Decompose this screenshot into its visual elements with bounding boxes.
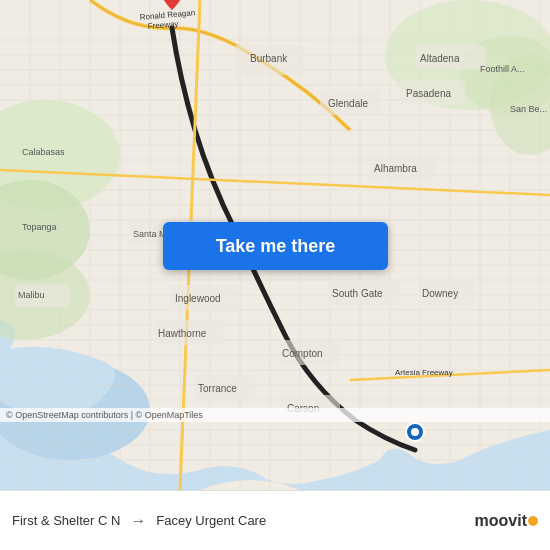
arrow-icon: →: [130, 512, 146, 530]
svg-text:Glendale: Glendale: [328, 98, 368, 109]
moovit-text: moovit: [475, 512, 527, 530]
bottom-bar: First & Shelter C N → Facey Urgent Care …: [0, 490, 550, 550]
svg-text:Hawthorne: Hawthorne: [158, 328, 207, 339]
map-container: Burbank Glendale Altadena Pasadena Alham…: [0, 0, 550, 490]
svg-text:Pasadena: Pasadena: [406, 88, 451, 99]
svg-text:Compton: Compton: [282, 348, 323, 359]
take-me-there-button[interactable]: Take me there: [163, 222, 388, 270]
svg-text:Artesia Freeway: Artesia Freeway: [395, 368, 453, 377]
moovit-dot: [528, 516, 538, 526]
svg-text:Downey: Downey: [422, 288, 458, 299]
map-attribution: © OpenStreetMap contributors | © OpenMap…: [0, 408, 550, 422]
moovit-logo: moovit: [475, 512, 538, 530]
svg-text:Inglewood: Inglewood: [175, 293, 221, 304]
route-to: Facey Urgent Care: [156, 513, 266, 528]
svg-text:Malibu: Malibu: [18, 290, 45, 300]
svg-text:Torrance: Torrance: [198, 383, 237, 394]
svg-text:Burbank: Burbank: [250, 53, 288, 64]
route-from: First & Shelter C N: [12, 513, 120, 528]
svg-text:San Be...: San Be...: [510, 104, 547, 114]
svg-text:Topanga: Topanga: [22, 222, 57, 232]
svg-text:Alhambra: Alhambra: [374, 163, 417, 174]
svg-text:Altadena: Altadena: [420, 53, 460, 64]
attribution-text: © OpenStreetMap contributors | © OpenMap…: [6, 410, 203, 420]
svg-text:Calabasas: Calabasas: [22, 147, 65, 157]
svg-point-95: [411, 428, 419, 436]
svg-text:Foothill A...: Foothill A...: [480, 64, 525, 74]
svg-text:South Gate: South Gate: [332, 288, 383, 299]
